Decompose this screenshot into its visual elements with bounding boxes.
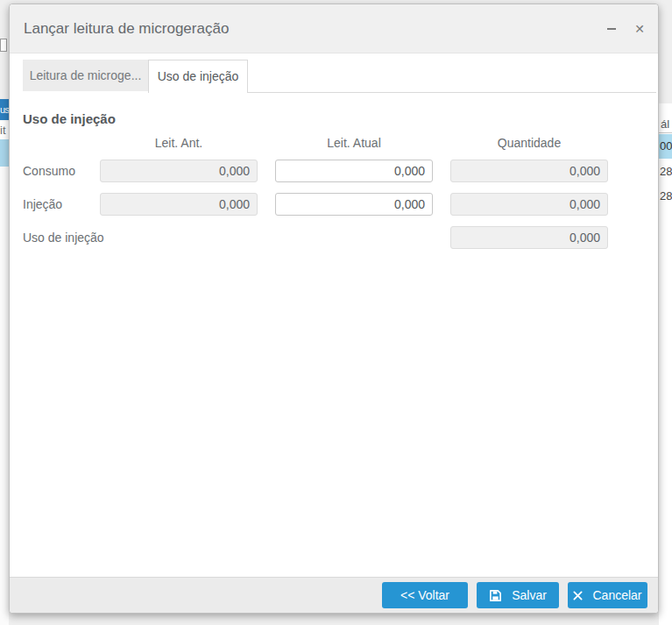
uso-de-injecao-quantidade-field: [450, 226, 608, 249]
background-left-panel: [0, 120, 9, 625]
cancelar-button[interactable]: Cancelar: [568, 582, 647, 608]
injecao-quantidade-field: [450, 193, 608, 216]
column-header-quantidade: Quantidade: [450, 136, 608, 150]
tab-panel-content: Uso de injeção Leit. Ant. Leit. Atual Qu…: [10, 93, 658, 577]
cancel-x-icon: [573, 591, 583, 600]
dialog-title: Lançar leitura de microgeração: [24, 4, 229, 53]
screen: us it ál 00 28 28 Lançar leitura de micr…: [0, 0, 672, 625]
voltar-button-label: << Voltar: [400, 588, 449, 602]
save-icon: [489, 589, 502, 602]
tab-bar: Leitura de microge... Uso de injeção: [10, 60, 658, 93]
column-header-leit-ant: Leit. Ant.: [100, 136, 258, 150]
section-heading: Uso de injeção: [23, 111, 116, 126]
column-header-leit-atual: Leit. Atual: [275, 136, 433, 150]
row-label-injecao: Injeção: [23, 193, 62, 216]
row-label-consumo: Consumo: [23, 160, 75, 182]
salvar-button[interactable]: Salvar: [477, 582, 559, 608]
salvar-button-label: Salvar: [512, 588, 547, 602]
cancelar-button-label: Cancelar: [592, 588, 641, 602]
background-selected-row-right: 00: [659, 134, 672, 159]
background-selected-row-left: [0, 139, 9, 167]
close-button[interactable]: ✕: [632, 21, 647, 37]
background-table-header-left: us: [0, 99, 9, 120]
background-table-row-left: it: [0, 122, 9, 139]
background-table-row-right: 28: [659, 185, 672, 208]
injecao-leit-atual-field[interactable]: [275, 193, 433, 216]
dialog-footer: << Voltar Salvar Cancela: [10, 577, 658, 613]
injecao-leit-ant-field: [100, 193, 258, 216]
background-table-row-right: 28: [659, 160, 672, 183]
tab-uso-de-injecao[interactable]: Uso de injeção: [148, 60, 248, 93]
consumo-leit-atual-field[interactable]: [275, 160, 433, 182]
background-table-header-right: ál: [659, 115, 672, 133]
voltar-button[interactable]: << Voltar: [382, 582, 468, 608]
background-toolbar-icon: [0, 39, 7, 52]
consumo-quantidade-field: [450, 160, 608, 182]
dialog-lancar-leitura: Lançar leitura de microgeração ✕ Leitura…: [9, 4, 659, 614]
minimize-icon: [607, 28, 616, 30]
close-icon: ✕: [634, 23, 645, 35]
consumo-leit-ant-field: [100, 160, 258, 182]
tab-leitura-de-microgeracao[interactable]: Leitura de microge...: [23, 60, 148, 91]
minimize-button[interactable]: [604, 21, 619, 37]
row-label-uso-de-injecao: Uso de injeção: [23, 226, 104, 249]
window-controls: ✕: [604, 4, 647, 53]
dialog-titlebar: Lançar leitura de microgeração ✕: [10, 4, 658, 53]
